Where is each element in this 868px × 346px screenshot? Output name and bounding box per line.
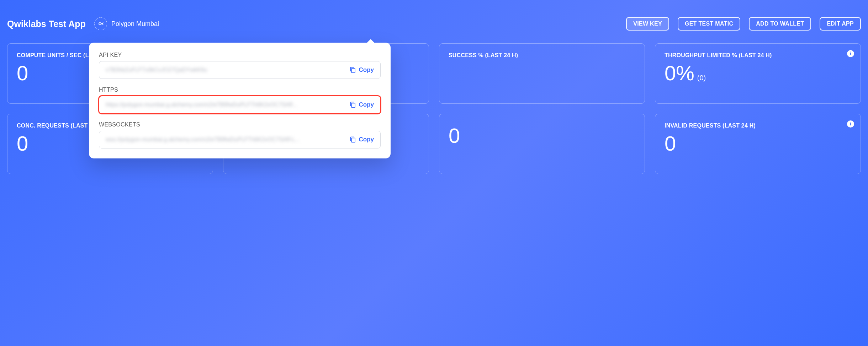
https-label: HTTPS — [99, 87, 381, 93]
api-key-label: API KEY — [99, 52, 381, 58]
stat-title: INVALID REQUESTS (LAST 24 H) — [665, 122, 851, 130]
network-chip[interactable]: Polygon Mumbai — [94, 17, 159, 30]
copy-api-key-button[interactable]: Copy — [346, 65, 378, 75]
stat-card: i INVALID REQUESTS (LAST 24 H) 0 — [655, 114, 861, 174]
stat-value: 0% (0) — [665, 63, 851, 83]
edit-app-button[interactable]: EDIT APP — [820, 17, 861, 31]
copy-label: Copy — [359, 101, 374, 108]
header-row: Qwiklabs Test App Polygon Mumbai VIEW KE… — [0, 0, 868, 31]
stat-value: 0 — [449, 125, 635, 146]
stat-card: 0 — [439, 114, 645, 174]
stat-title: THROUGHPUT LIMITED % (LAST 24 H) — [665, 52, 851, 59]
stat-value: 0 — [665, 133, 851, 154]
network-name: Polygon Mumbai — [111, 20, 159, 28]
stat-value-main: 0% — [665, 63, 694, 83]
https-row: https://polygon-mumbai.g.alchemy.com/v2/… — [99, 96, 381, 114]
copy-https-button[interactable]: Copy — [346, 100, 378, 110]
copy-icon — [350, 102, 356, 108]
wss-value: wss://polygon-mumbai.g.alchemy.com/v2/eT… — [106, 136, 346, 143]
infinity-icon — [94, 17, 107, 30]
copy-label: Copy — [359, 136, 374, 143]
keys-popover: API KEY v7B3hbZuFLFTx0kCvJO27QaDYwkK6u C… — [89, 43, 391, 158]
stat-value-sub: (0) — [697, 74, 706, 81]
app-title: Qwiklabs Test App — [7, 19, 86, 29]
https-value: https://polygon-mumbai.g.alchemy.com/v2/… — [106, 102, 346, 108]
view-key-button[interactable]: VIEW KEY — [626, 17, 669, 31]
stat-card: SUCCESS % (LAST 24 H) — [439, 43, 645, 104]
wss-label: WEBSOCKETS — [99, 121, 381, 128]
copy-wss-button[interactable]: Copy — [346, 135, 378, 145]
add-wallet-button[interactable]: ADD TO WALLET — [749, 17, 811, 31]
api-key-value: v7B3hbZuFLFTx0kCvJO27QaDYwkK6u — [106, 67, 346, 73]
info-icon[interactable]: i — [847, 50, 854, 57]
copy-icon — [350, 67, 356, 73]
stat-card: i THROUGHPUT LIMITED % (LAST 24 H) 0% (0… — [655, 43, 861, 104]
api-key-row: v7B3hbZuFLFTx0kCvJO27QaDYwkK6u Copy — [99, 61, 381, 79]
wss-row: wss://polygon-mumbai.g.alchemy.com/v2/eT… — [99, 131, 381, 148]
info-icon[interactable]: i — [847, 120, 854, 128]
copy-label: Copy — [359, 66, 374, 74]
stat-title: SUCCESS % (LAST 24 H) — [449, 52, 635, 59]
get-test-button[interactable]: GET TEST MATIC — [678, 17, 740, 31]
copy-icon — [350, 136, 356, 143]
